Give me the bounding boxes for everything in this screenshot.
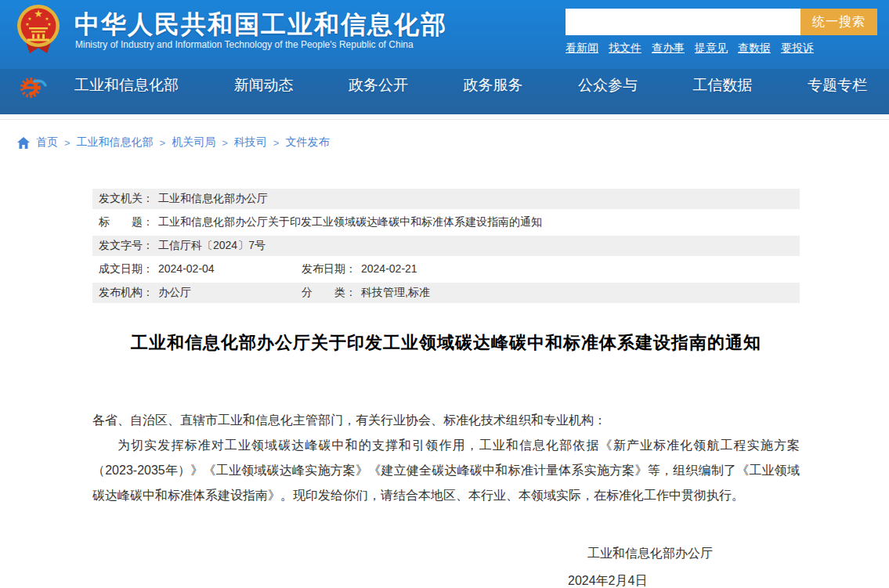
issuing-agency-cell: 发文机关： 工业和信息化部办公厅: [99, 192, 268, 206]
table-row: 成文日期： 2024-02-04 发布日期： 2024-02-21: [92, 259, 800, 280]
field-value: 工业和信息化部办公厅关于印发工业领域碳达峰碳中和标准体系建设指南的通知: [158, 215, 542, 229]
article-body: 各省、自治区、直辖市工业和信息化主管部门，有关行业协会、标准化技术组织和专业机构…: [92, 408, 800, 508]
title-cell: 标 题： 工业和信息化部办公厅关于印发工业领域碳达峰碳中和标准体系建设指南的通知: [99, 215, 542, 229]
article-title: 工业和信息化部办公厅关于印发工业领域碳达峰碳中和标准体系建设指南的通知: [92, 331, 800, 355]
document-page: 发文机关： 工业和信息化部办公厅 标 题： 工业和信息化部办公厅关于印发工业领域…: [92, 189, 800, 588]
field-label: 标 题：: [99, 215, 154, 229]
search-button[interactable]: 统一搜索: [800, 9, 877, 35]
breadcrumb-separator: >: [64, 137, 70, 149]
signature-block: 工业和信息化部办公厅 2024年2月4日: [92, 546, 800, 588]
site-subtitle: Ministry of Industry and Information Tec…: [75, 39, 414, 50]
breadcrumb: 首页 > 工业和信息化部 > 机关司局 > 科技司 > 文件发布: [0, 120, 889, 151]
quick-links: 看新闻 找文件 查办事 提意见 查数据 要投诉: [566, 41, 877, 56]
nav-item-miit-data[interactable]: 工信数据: [693, 75, 753, 96]
article-paragraph-salutation: 各省、自治区、直辖市工业和信息化主管部门，有关行业协会、标准化技术组织和专业机构…: [92, 408, 800, 433]
table-row: 发文字号： 工信厅科〔2024〕7号: [92, 236, 800, 256]
document-number-cell: 发文字号： 工信厅科〔2024〕7号: [99, 239, 266, 253]
article-paragraph-main: 为切实发挥标准对工业领域碳达峰碳中和的支撑和引领作用，工业和信息化部依据《新产业…: [92, 433, 800, 508]
breadcrumb-separator: >: [160, 137, 166, 149]
site-header: ★ ★ ★ ★ ★ 中华人民共和国工业和信息化部 Ministry of Ind…: [0, 0, 889, 114]
nav-item-public-participation[interactable]: 公众参与: [578, 75, 638, 96]
field-label: 分 类：: [302, 286, 356, 300]
table-row: 发文机关： 工业和信息化部办公厅: [92, 189, 800, 209]
document-metadata-table: 发文机关： 工业和信息化部办公厅 标 题： 工业和信息化部办公厅关于印发工业领域…: [92, 189, 800, 303]
publishing-org-cell: 发布机构： 办公厅: [99, 286, 302, 300]
breadcrumb-science-tech-dept[interactable]: 科技司: [234, 135, 267, 150]
quick-link-feedback[interactable]: 提意见: [695, 41, 728, 56]
nav-item-gov-services[interactable]: 政务服务: [464, 75, 523, 96]
quick-link-complaint[interactable]: 要投诉: [781, 41, 814, 56]
nav-item-special-topics[interactable]: 专题专栏: [808, 75, 867, 96]
field-label: 发布机构：: [99, 286, 154, 300]
publish-date-cell: 发布日期： 2024-02-21: [302, 262, 417, 276]
signature-org: 工业和信息化部办公厅: [92, 546, 800, 562]
breadcrumb-document-release[interactable]: 文件发布: [285, 135, 329, 150]
field-value: 2024-02-21: [361, 262, 417, 276]
svg-text:★: ★: [25, 21, 29, 27]
field-value: 科技管理,标准: [361, 286, 430, 300]
quick-link-files[interactable]: 找文件: [609, 41, 641, 56]
nav-item-miit[interactable]: 工业和信息化部: [74, 75, 179, 96]
svg-text:★: ★: [47, 21, 51, 27]
search-input[interactable]: [566, 9, 800, 35]
table-row: 发布机构： 办公厅 分 类： 科技管理,标准: [92, 283, 800, 303]
quick-link-services[interactable]: 查办事: [652, 41, 685, 56]
table-row: 标 题： 工业和信息化部办公厅关于印发工业领域碳达峰碳中和标准体系建设指南的通知: [92, 212, 800, 233]
field-value: 工业和信息化部办公厅: [158, 192, 268, 206]
nav-item-news[interactable]: 新闻动态: [234, 75, 294, 96]
field-value: 2024-02-04: [158, 262, 215, 276]
signature-date: 2024年2月4日: [92, 573, 800, 588]
field-label: 发文字号：: [99, 239, 154, 253]
svg-text:★: ★: [45, 16, 49, 21]
field-label: 发布日期：: [302, 262, 356, 276]
category-cell: 分 类： 科技管理,标准: [302, 286, 430, 300]
quick-link-data[interactable]: 查数据: [738, 41, 771, 56]
main-nav: 工业和信息化部 新闻动态 政务公开 政务服务 公众参与 工信数据 专题专栏: [0, 69, 889, 114]
national-emblem-icon: ★ ★ ★ ★ ★: [16, 4, 61, 56]
nav-item-gov-disclosure[interactable]: 政务公开: [349, 75, 408, 96]
breadcrumb-separator: >: [222, 137, 228, 149]
field-label: 发文机关：: [99, 192, 154, 206]
field-label: 成文日期：: [99, 262, 154, 276]
written-date-cell: 成文日期： 2024-02-04: [99, 262, 302, 276]
breadcrumb-departments[interactable]: 机关司局: [172, 135, 215, 150]
field-value: 办公厅: [158, 286, 191, 300]
quick-link-news[interactable]: 看新闻: [566, 41, 598, 56]
svg-text:★: ★: [34, 8, 43, 20]
header-top: ★ ★ ★ ★ ★ 中华人民共和国工业和信息化部 Ministry of Ind…: [0, 0, 889, 69]
search-area: 统一搜索 看新闻 找文件 查办事 提意见 查数据 要投诉: [566, 9, 877, 56]
site-title: 中华人民共和国工业和信息化部: [74, 8, 447, 42]
svg-text:★: ★: [27, 16, 31, 21]
breadcrumb-home[interactable]: 首页: [36, 135, 58, 150]
home-icon[interactable]: [17, 137, 30, 149]
breadcrumb-miit[interactable]: 工业和信息化部: [77, 135, 154, 150]
field-value: 工信厅科〔2024〕7号: [158, 239, 266, 253]
breadcrumb-separator: >: [273, 137, 280, 149]
miit-e-logo-icon: [17, 74, 50, 102]
